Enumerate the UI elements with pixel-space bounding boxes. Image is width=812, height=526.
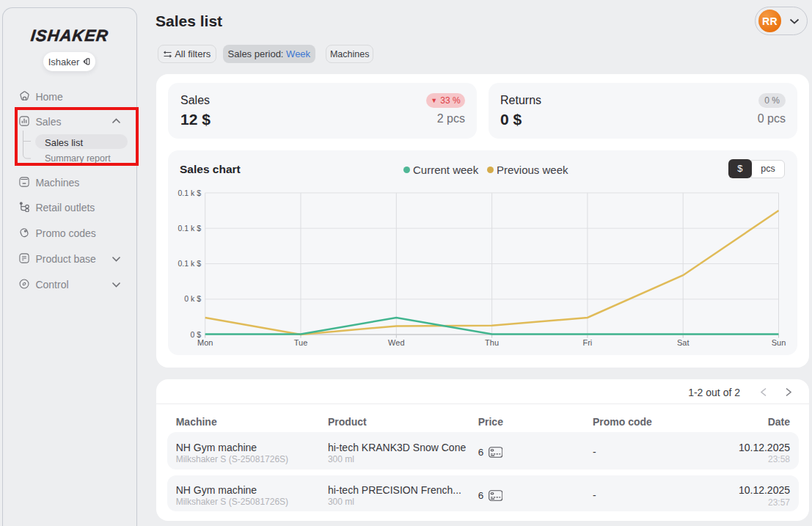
svg-text:0.1 k $: 0.1 k $ (178, 224, 201, 233)
svg-text:Fri: Fri (582, 338, 592, 347)
svg-text:0.1 k $: 0.1 k $ (178, 188, 201, 197)
svg-text:Tue: Tue (294, 338, 308, 347)
svg-text:Wed: Wed (388, 338, 404, 347)
svg-text:0.1 k $: 0.1 k $ (178, 259, 201, 268)
svg-text:Thu: Thu (485, 338, 499, 347)
svg-text:Mon: Mon (197, 338, 213, 347)
svg-text:Sat: Sat (677, 338, 690, 347)
svg-text:0 k $: 0 k $ (184, 294, 201, 303)
svg-text:Sun: Sun (772, 338, 786, 347)
svg-text:0 $: 0 $ (190, 330, 201, 339)
